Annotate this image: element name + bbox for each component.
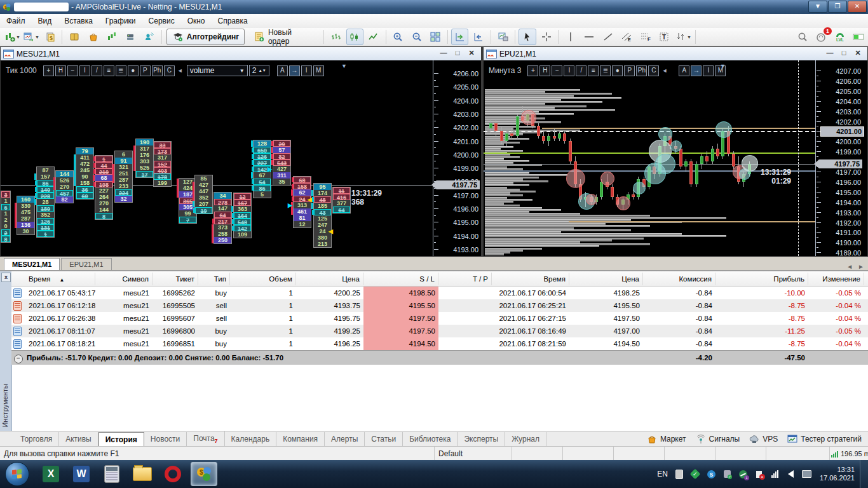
- column-header-6[interactable]: S / L: [363, 273, 438, 285]
- volume-spinner[interactable]: 2▲▼: [249, 65, 269, 76]
- chart-mode-button-M[interactable]: M: [313, 65, 324, 76]
- flag-error-tray-icon[interactable]: ×: [754, 469, 764, 480]
- chart-tool-button-6[interactable]: ≣: [116, 65, 126, 76]
- service-strategy-tester[interactable]: Тестер стратегий: [787, 433, 862, 445]
- chart-tool-button-2[interactable]: −: [67, 65, 78, 76]
- minimize-button[interactable]: ▼: [808, 1, 827, 13]
- chart-tool-button-7[interactable]: ●: [128, 65, 139, 76]
- cluster-chart-area[interactable]: Тик 1000+H−I/≡≣●PPhC◄volume▼2▲▼A→IM▼3161…: [1, 60, 481, 256]
- chart-mode-button-A[interactable]: A: [679, 65, 689, 76]
- candles-chart-icon[interactable]: [346, 29, 363, 45]
- chart-close-button[interactable]: ✕: [851, 49, 865, 57]
- taskbar-app-word[interactable]: W: [69, 463, 94, 485]
- column-header-12[interactable]: Изменение: [808, 273, 864, 285]
- cluster-column[interactable]: 144210681982272642701448: [95, 155, 113, 220]
- bars-chart-icon[interactable]: [327, 29, 344, 45]
- tab-scroll-left-icon[interactable]: ◄: [846, 263, 853, 270]
- chart-tool-button-1[interactable]: H: [539, 65, 550, 76]
- new-chart-icon[interactable]: ▼: [3, 29, 21, 45]
- column-header-10[interactable]: Комиссия: [643, 273, 715, 285]
- chart-tool-button-9[interactable]: Ph: [636, 65, 647, 76]
- volume-tray-icon[interactable]: [785, 469, 796, 480]
- table-row[interactable]: 2021.06.17 06:26:38mesu2116995607sell141…: [11, 312, 868, 325]
- chart-mode-button-→[interactable]: →: [691, 65, 702, 76]
- start-button[interactable]: [5, 462, 29, 486]
- text-label-icon[interactable]: T: [656, 29, 673, 45]
- chart-tool-button-7[interactable]: ●: [612, 65, 623, 76]
- chart-mode-button-A[interactable]: A: [277, 65, 288, 76]
- taskbar-app-metatrader[interactable]: $: [191, 462, 217, 486]
- column-header-5[interactable]: Цена: [296, 273, 363, 285]
- language-indicator[interactable]: EN: [657, 470, 668, 478]
- cluster-column[interactable]: 12167363164548142109: [233, 193, 252, 238]
- taskbar-app-explorer[interactable]: [130, 463, 155, 485]
- tab-Алерты[interactable]: Алерты: [325, 432, 365, 446]
- tab-Эксперты[interactable]: Эксперты: [458, 432, 505, 446]
- vertical-line-icon[interactable]: [562, 29, 579, 45]
- chart-tool-button-8[interactable]: P: [140, 65, 151, 76]
- chart-close-button[interactable]: ✕: [465, 49, 478, 57]
- collapse-icon[interactable]: −: [14, 355, 23, 363]
- cluster-column[interactable]: 295782543427▶31135: [273, 140, 291, 186]
- chart-window-epu21[interactable]: EPU21,M1 —□✕ Минута 3+H−I/≡≣●PPhC◄A→IM▼4…: [484, 47, 867, 256]
- menu-item-0[interactable]: Файл: [0, 15, 32, 27]
- cluster-column[interactable]: 8542744735220719: [194, 175, 213, 214]
- column-header-2[interactable]: Тикет: [153, 273, 198, 285]
- column-header-0[interactable]: Время▲: [25, 273, 95, 285]
- tab-Почта[interactable]: Почта7: [187, 431, 224, 447]
- chart-tool-button-0[interactable]: +: [43, 65, 54, 76]
- column-header-8[interactable]: Время: [492, 273, 569, 285]
- stats-tray-icon[interactable]: 1: [738, 469, 749, 480]
- cluster-column[interactable]: 681586224◀313▶4618112: [293, 176, 311, 228]
- chart-tool-button-2[interactable]: −: [552, 65, 562, 76]
- crosshair-icon[interactable]: [538, 29, 555, 45]
- chart-window-titlebar[interactable]: EPU21,M1 —□✕: [484, 47, 867, 61]
- sound-icon[interactable]: ◄: [661, 67, 667, 74]
- chart-mode-button-→[interactable]: →: [289, 65, 300, 76]
- toolbox-close-icon[interactable]: x: [1, 273, 11, 282]
- fibonacci-icon[interactable]: F: [637, 29, 654, 45]
- status-profile[interactable]: Default: [435, 447, 512, 461]
- virtual-hosting-icon[interactable]: [122, 29, 139, 45]
- trendline-icon[interactable]: [599, 29, 616, 45]
- new-order-button[interactable]: Новый ордер: [248, 29, 319, 44]
- chart-minimize-button[interactable]: —: [437, 49, 451, 57]
- tab-Торговля[interactable]: Торговля: [14, 432, 59, 446]
- zoom-out-icon[interactable]: [408, 29, 425, 45]
- navigator-icon[interactable]: [103, 29, 120, 45]
- menu-item-6[interactable]: Справка: [212, 15, 254, 27]
- notifications-icon[interactable]: 1: [812, 29, 829, 45]
- table-row[interactable]: 2021.06.17 05:43:17mesu2116995262buy1420…: [11, 287, 868, 299]
- line-chart-icon[interactable]: [365, 29, 382, 45]
- chart-tool-button-10[interactable]: C: [648, 65, 659, 76]
- chart-tool-button-9[interactable]: Ph: [152, 65, 163, 76]
- service-market-bag[interactable]: Маркет: [646, 433, 686, 445]
- volume-select[interactable]: volume▼: [187, 65, 248, 76]
- close-button[interactable]: ✕: [848, 1, 867, 13]
- chart-tool-button-5[interactable]: ≡: [104, 65, 114, 76]
- chart-shift-icon[interactable]: [470, 29, 487, 45]
- sound-icon[interactable]: ◄: [177, 67, 183, 74]
- menu-item-4[interactable]: Сервис: [142, 15, 181, 27]
- chart-tool-button-0[interactable]: +: [527, 65, 538, 76]
- chart-window-titlebar[interactable]: MESU21,M1 —□✕: [1, 47, 481, 61]
- cluster-column[interactable]: 1141637764: [332, 187, 351, 214]
- lightning-tray-icon[interactable]: s: [706, 469, 717, 480]
- column-header-1[interactable]: Символ: [95, 273, 153, 285]
- zoom-in-icon[interactable]: [390, 29, 407, 45]
- tab-Статьи[interactable]: Статьи: [365, 432, 403, 446]
- candle-chart-area[interactable]: Минута 3+H−I/≡≣●PPhC◄A→IM▼4207.004206.00…: [484, 60, 867, 256]
- cluster-column[interactable]: 95174481854312524724◀380213: [313, 183, 332, 248]
- symbols-icon[interactable]: $: [41, 29, 58, 45]
- show-desktop-button[interactable]: [860, 460, 868, 488]
- connection-icon[interactable]: [850, 29, 867, 45]
- cluster-column[interactable]: 19031717630352517: [135, 139, 154, 178]
- menu-item-2[interactable]: Вставка: [58, 15, 99, 27]
- column-header-7[interactable]: T / P: [438, 273, 492, 285]
- table-row[interactable]: 2021.06.17 06:12:18mesu2116995505sell141…: [11, 299, 868, 312]
- antenna-tray-icon[interactable]: [674, 469, 685, 480]
- column-header-11[interactable]: Прибыль: [715, 273, 808, 285]
- tab-Журнал[interactable]: Журнал: [505, 432, 546, 446]
- taskbar-app-excel[interactable]: X: [38, 463, 64, 485]
- tab-Активы[interactable]: Активы: [59, 432, 98, 446]
